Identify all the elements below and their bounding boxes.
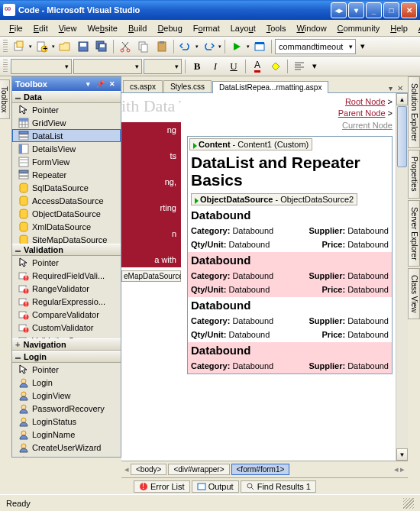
toolbox-item-repeater[interactable]: Repeater	[12, 168, 121, 181]
scroll-down-icon[interactable]: ▼	[396, 448, 408, 461]
dropdown-icon[interactable]: ▾	[52, 44, 55, 50]
toolbox-item-sitemapdatasource[interactable]: SiteMapDataSource	[12, 233, 121, 244]
toolbox-item-createuserwizard[interactable]: CreateUserWizard	[12, 441, 121, 454]
toolbox-section-login[interactable]: Login	[12, 351, 121, 363]
menu-help[interactable]: Help	[386, 22, 412, 34]
size-combo[interactable]	[144, 59, 182, 74]
datalist-item[interactable]: DataboundCategory: DataboundSupplier: Da…	[188, 297, 392, 342]
scroll-up-icon[interactable]: ▲	[396, 93, 408, 105]
help-button[interactable]: ◂▸	[331, 2, 347, 18]
breadcrumb-parent[interactable]: Parent Node	[338, 108, 386, 118]
toolbox-item-formview[interactable]: FormView	[12, 155, 121, 168]
save-all-button[interactable]	[93, 38, 110, 55]
add-item-button[interactable]: +	[34, 38, 50, 55]
dropdown-icon[interactable]: ▾	[247, 44, 250, 50]
open-button[interactable]	[57, 38, 73, 55]
menu-community[interactable]: Community	[333, 22, 385, 34]
minimize-button[interactable]: _	[366, 2, 382, 18]
tagnav-item[interactable]: <div#wrapper>	[168, 464, 229, 475]
scroll-thumb[interactable]	[397, 106, 407, 167]
tagnav-prev-icon[interactable]: ◂	[124, 464, 129, 474]
doc-tab[interactable]: cs.aspx	[123, 80, 163, 92]
toolbox-item-rangevalidator[interactable]: !RangeValidator	[12, 282, 121, 295]
paste-button[interactable]	[153, 38, 170, 55]
doc-tab[interactable]: DataListRepea...rmatting.aspx	[212, 81, 329, 93]
menu-tools[interactable]: Tools	[262, 22, 291, 34]
toolbox-item-changepassword[interactable]: ChangePassword	[12, 454, 121, 457]
toolbox-dropdown-icon[interactable]: ▾	[82, 79, 93, 89]
toolbox-item-gridview[interactable]: GridView	[12, 116, 121, 129]
tab-solution-explorer[interactable]: Solution Explorer	[408, 76, 420, 148]
underline-button[interactable]: U	[225, 58, 242, 75]
align-left-button[interactable]	[291, 58, 308, 75]
ods-smarttag[interactable]: ObjectDataSource - ObjectDataSource2	[191, 193, 357, 205]
toolbox-item-xmldatasource[interactable]: XmlDataSource	[12, 220, 121, 233]
breadcrumb-root[interactable]: Root Node	[345, 97, 386, 106]
toolbox-item-customvalidator[interactable]: !CustomValidator	[12, 321, 121, 334]
toolbar-grip[interactable]	[3, 40, 8, 53]
toolbox-item-objectdatasource[interactable]: ObjectDataSource	[12, 207, 121, 220]
datalist-item[interactable]: DataboundCategory: DataboundSupplier: Da…	[188, 342, 392, 374]
dropdown-icon[interactable]: ▾	[218, 44, 221, 50]
menu-layout[interactable]: Layout	[226, 22, 260, 34]
toolbox-item-sqldatasource[interactable]: SqlDataSource	[12, 181, 121, 194]
menu-debug[interactable]: Debug	[153, 22, 186, 34]
toolbox-item-loginname[interactable]: LoginName	[12, 428, 121, 441]
copy-button[interactable]	[135, 38, 152, 55]
toolbox-section-navigation[interactable]: Navigation	[12, 338, 121, 351]
menu-addins[interactable]: Addins	[414, 22, 420, 34]
dropdown-icon[interactable]: ▾	[29, 44, 32, 50]
toolbox-item-pointer[interactable]: Pointer	[12, 103, 121, 116]
toolbox-item-login[interactable]: Login	[12, 376, 121, 389]
style-combo[interactable]	[11, 59, 72, 74]
toolbar-grip[interactable]	[3, 60, 8, 73]
toolbox-section-data[interactable]: Data	[12, 91, 121, 103]
find-combo[interactable]: commandtimeout	[275, 39, 356, 54]
forecolor-button[interactable]: A	[249, 58, 266, 75]
menu-view[interactable]: View	[54, 22, 82, 34]
toolbox-item-accessdatasource[interactable]: AccessDataSource	[12, 194, 121, 207]
toolbox-item-pointer[interactable]: Pointer	[12, 363, 121, 376]
toolbox-pin-icon[interactable]: 📌	[95, 79, 105, 89]
tagnav-scroll-right-icon[interactable]: ▸	[400, 464, 405, 474]
more-icon[interactable]: ▾	[357, 41, 368, 51]
dropdown-icon[interactable]: ▾	[195, 44, 199, 50]
toolbox-item-comparevalidator[interactable]: !CompareValidator	[12, 308, 121, 321]
maximize-button[interactable]: □	[383, 2, 399, 18]
bold-button[interactable]: B	[189, 58, 205, 75]
close-document-icon[interactable]: ✕	[396, 84, 405, 92]
tagnav-item[interactable]: <body>	[131, 464, 166, 475]
content-smarttag[interactable]: Content - Content1 (Custom)	[189, 138, 312, 150]
tab-class-view[interactable]: Class View	[408, 268, 420, 319]
tab-error-list[interactable]: !Error List	[134, 480, 190, 493]
font-combo[interactable]	[73, 59, 142, 74]
tab-server-explorer[interactable]: Server Explorer	[408, 200, 420, 267]
tagnav-scroll-left-icon[interactable]: ◂	[394, 464, 399, 474]
toolbox-item-loginstatus[interactable]: LoginStatus	[12, 415, 121, 428]
toolbox-item-loginview[interactable]: LoginView	[12, 389, 121, 402]
new-project-button[interactable]	[11, 38, 27, 55]
cut-button[interactable]	[117, 38, 134, 55]
vertical-scrollbar[interactable]: ▲ ▼	[396, 93, 408, 461]
toolbox-item-regularexpressio[interactable]: !RegularExpressio...	[12, 295, 121, 308]
menu-format[interactable]: Format	[189, 22, 225, 34]
menu-edit[interactable]: Edit	[29, 22, 53, 34]
toolbox-section-validation[interactable]: Validation	[12, 244, 121, 256]
datalist-item[interactable]: DataboundCategory: DataboundSupplier: Da…	[188, 207, 392, 252]
save-button[interactable]	[75, 38, 92, 55]
tagnav-item[interactable]: <form#form1>	[231, 464, 290, 475]
dock-button[interactable]: ▾	[348, 2, 364, 18]
tab-output[interactable]: Output	[192, 480, 239, 493]
more-icon[interactable]: ▾	[309, 61, 320, 71]
undo-button[interactable]	[177, 38, 194, 55]
datasource-tag[interactable]: eMapDataSource1	[121, 270, 181, 282]
close-button[interactable]: ✕	[401, 2, 417, 18]
doc-tab[interactable]: Styles.css	[163, 80, 212, 92]
menu-build[interactable]: Build	[124, 22, 151, 34]
menu-window[interactable]: Window	[292, 22, 331, 34]
resize-grip[interactable]	[403, 498, 414, 509]
toolbox-close-icon[interactable]: ✕	[107, 79, 118, 89]
toolbox-autohide-tab[interactable]: Toolbox	[0, 79, 10, 119]
menu-file[interactable]: File	[5, 22, 27, 34]
toolbox-item-datalist[interactable]: DataList	[12, 129, 121, 142]
